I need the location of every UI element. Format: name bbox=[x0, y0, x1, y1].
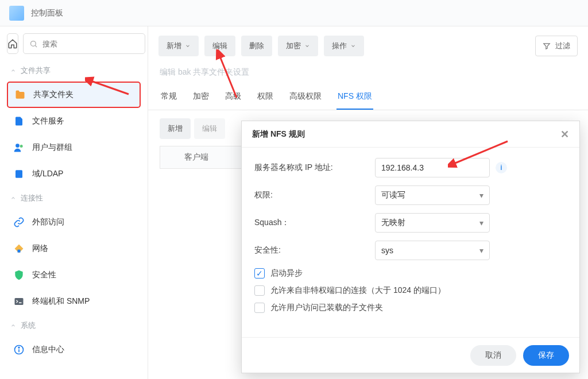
button-label: 删除 bbox=[249, 41, 264, 51]
sidebar-item-label: 终端机和 SNMP bbox=[32, 296, 90, 307]
tab-encryption[interactable]: 加密 bbox=[192, 86, 210, 110]
network-icon bbox=[13, 242, 25, 255]
field-label-squash: Squash： bbox=[254, 218, 375, 228]
search-input[interactable] bbox=[42, 40, 139, 48]
users-icon bbox=[13, 141, 25, 154]
folder-icon bbox=[14, 88, 26, 101]
toolbar-filter-button[interactable]: 过滤 bbox=[535, 36, 578, 56]
chevron-down-icon: ▾ bbox=[479, 218, 483, 227]
tab-advanced-permission[interactable]: 高级权限 bbox=[288, 86, 323, 110]
home-button[interactable] bbox=[7, 33, 18, 54]
sidebar-item-label: 域/LDAP bbox=[32, 169, 63, 179]
host-input[interactable] bbox=[375, 158, 490, 177]
field-label-privilege: 权限: bbox=[254, 190, 375, 200]
sidebar-item-terminal-snmp[interactable]: 终端机和 SNMP bbox=[7, 288, 141, 315]
sidebar-item-label: 文件服务 bbox=[32, 116, 64, 126]
svg-rect-4 bbox=[16, 170, 22, 178]
sidebar: 文件共享 共享文件夹 文件服务 用户与群组 域/LDAP 连接性 bbox=[0, 26, 148, 379]
section-label: 连接性 bbox=[21, 193, 43, 203]
sub-edit-button[interactable]: 编辑 bbox=[194, 118, 225, 139]
privilege-select[interactable]: 可读写 ▾ bbox=[375, 185, 490, 205]
info-icon bbox=[13, 343, 25, 356]
search-input-wrap[interactable] bbox=[23, 33, 145, 54]
sidebar-item-domain-ldap[interactable]: 域/LDAP bbox=[7, 161, 141, 187]
svg-rect-5 bbox=[18, 250, 21, 253]
toolbar-encrypt-button[interactable]: 加密 bbox=[278, 36, 318, 56]
tab-advanced[interactable]: 高级 bbox=[224, 86, 242, 110]
select-value: 可读写 bbox=[381, 190, 405, 200]
shield-icon bbox=[13, 269, 25, 281]
svg-point-3 bbox=[20, 145, 23, 148]
section-system[interactable]: 系统 bbox=[7, 315, 141, 337]
chevron-up-icon bbox=[10, 68, 16, 74]
sub-new-button[interactable]: 新增 bbox=[160, 118, 191, 139]
sidebar-item-network[interactable]: 网络 bbox=[7, 235, 141, 262]
section-connectivity[interactable]: 连接性 bbox=[7, 187, 141, 209]
nfs-rule-modal: 新增 NFS 规则 ✕ 服务器名称或 IP 地址: i 权限: 可读写 ▾ Sq… bbox=[241, 121, 580, 373]
modal-title: 新增 NFS 规则 bbox=[252, 129, 305, 140]
squash-select[interactable]: 无映射 ▾ bbox=[375, 213, 490, 233]
terminal-icon bbox=[13, 295, 25, 308]
funnel-icon bbox=[543, 42, 551, 50]
checkbox-label: 启动异步 bbox=[270, 268, 303, 279]
section-label: 文件共享 bbox=[21, 65, 51, 76]
sidebar-item-label: 用户与群组 bbox=[32, 142, 72, 153]
button-label: 过滤 bbox=[555, 41, 570, 51]
app-title: 控制面板 bbox=[31, 8, 63, 18]
sidebar-item-label: 信息中心 bbox=[32, 345, 64, 355]
file-icon bbox=[13, 115, 25, 127]
toolbar-delete-button[interactable]: 删除 bbox=[241, 36, 272, 56]
button-label: 加密 bbox=[286, 41, 301, 51]
svg-line-1 bbox=[35, 45, 37, 47]
edit-title: 编辑 bak 共享文件夹设置 bbox=[148, 65, 588, 86]
toolbar: 新增 编辑 删除 加密 操作 过滤 bbox=[148, 26, 588, 65]
sidebar-item-label: 共享文件夹 bbox=[33, 90, 74, 100]
chevron-down-icon: ▾ bbox=[479, 246, 483, 255]
toolbar-operate-button[interactable]: 操作 bbox=[324, 36, 364, 56]
svg-point-2 bbox=[16, 144, 20, 148]
field-label-host: 服务器名称或 IP 地址: bbox=[254, 163, 375, 173]
sidebar-item-shared-folder[interactable]: 共享文件夹 bbox=[7, 82, 141, 108]
svg-point-9 bbox=[18, 347, 20, 348]
button-label: 编辑 bbox=[202, 123, 217, 134]
save-button[interactable]: 保存 bbox=[523, 345, 569, 366]
field-label-security: 安全性: bbox=[254, 245, 375, 256]
checkbox-async[interactable]: ✓ 启动异步 bbox=[254, 268, 567, 279]
checkbox-label: 允许用户访问已装载的子文件夹 bbox=[270, 303, 383, 313]
toolbar-edit-button[interactable]: 编辑 bbox=[204, 36, 235, 56]
sidebar-item-label: 安全性 bbox=[32, 270, 56, 280]
svg-rect-6 bbox=[15, 298, 24, 305]
titlebar: 控制面板 bbox=[0, 0, 588, 26]
button-label: 编辑 bbox=[212, 41, 227, 51]
chevron-up-icon bbox=[10, 323, 16, 328]
select-value: sys bbox=[381, 246, 393, 255]
svg-point-0 bbox=[31, 41, 36, 46]
chevron-down-icon bbox=[185, 43, 191, 49]
close-icon[interactable]: ✕ bbox=[560, 128, 569, 141]
checkbox-icon bbox=[254, 303, 265, 313]
tabs: 常规 加密 高级 权限 高级权限 NFS 权限 bbox=[148, 86, 588, 110]
toolbar-new-button[interactable]: 新增 bbox=[158, 36, 199, 56]
tab-permission[interactable]: 权限 bbox=[256, 86, 274, 110]
sidebar-item-user-group[interactable]: 用户与群组 bbox=[7, 134, 141, 161]
sidebar-item-file-service[interactable]: 文件服务 bbox=[7, 108, 141, 134]
chevron-up-icon bbox=[10, 195, 16, 201]
sidebar-item-info-center[interactable]: 信息中心 bbox=[7, 337, 141, 363]
home-icon bbox=[7, 38, 18, 49]
sidebar-item-label: 网络 bbox=[32, 243, 48, 254]
section-file-share[interactable]: 文件共享 bbox=[7, 60, 141, 82]
cancel-button[interactable]: 取消 bbox=[470, 345, 516, 366]
section-label: 系统 bbox=[21, 320, 36, 331]
checkbox-nonpriv-port[interactable]: 允许来自非特权端口的连接（大于 1024 的端口） bbox=[254, 285, 567, 296]
chevron-down-icon bbox=[304, 43, 310, 49]
tab-nfs-permission[interactable]: NFS 权限 bbox=[336, 86, 373, 110]
link-icon bbox=[13, 216, 25, 229]
checkbox-mounted-sub[interactable]: 允许用户访问已装载的子文件夹 bbox=[254, 303, 567, 313]
security-select[interactable]: sys ▾ bbox=[375, 241, 490, 260]
tab-general[interactable]: 常规 bbox=[160, 86, 178, 110]
sidebar-item-security[interactable]: 安全性 bbox=[7, 262, 141, 288]
sidebar-item-external-access[interactable]: 外部访问 bbox=[7, 209, 141, 235]
button-label: 新增 bbox=[168, 123, 183, 134]
info-icon[interactable]: i bbox=[496, 162, 507, 173]
modal-header: 新增 NFS 规则 ✕ bbox=[242, 121, 579, 148]
